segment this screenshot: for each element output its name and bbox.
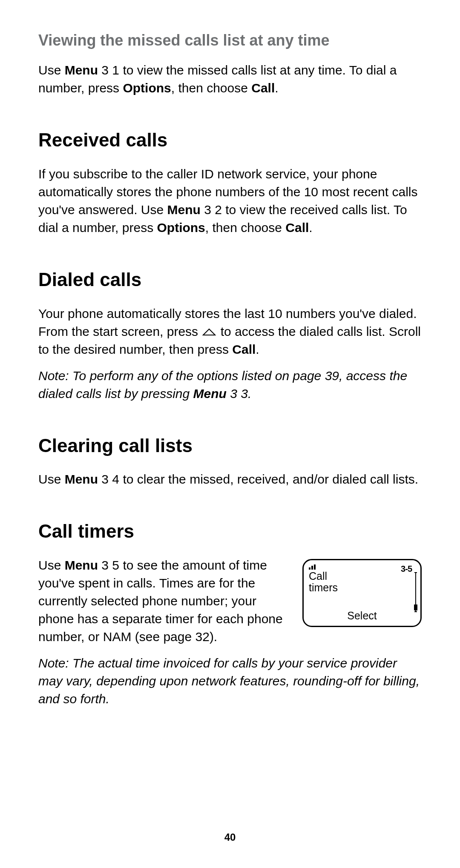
dialed-note: Note: To perform any of the options list… — [38, 367, 422, 403]
signal-strength-icon — [309, 564, 318, 570]
timers-note: Note: The actual time invoiced for calls… — [38, 654, 422, 708]
text: . — [275, 81, 278, 95]
text: Call — [309, 570, 327, 582]
text: Use — [38, 472, 65, 486]
call-key-icon — [201, 327, 217, 338]
text: 3 3. — [227, 387, 251, 401]
svg-rect-1 — [309, 567, 310, 570]
text: timers — [309, 582, 338, 593]
menu-ref: Menu — [65, 472, 98, 486]
text: , then choose — [205, 221, 285, 235]
section-heading-dialed: Dialed calls — [38, 266, 422, 293]
options-ref: Options — [123, 81, 171, 95]
text: Use — [38, 63, 65, 77]
subsection-heading-viewing: Viewing the missed calls list at any tim… — [38, 30, 422, 51]
page-number: 40 — [0, 830, 460, 845]
text: . — [309, 221, 312, 235]
options-ref: Options — [157, 221, 205, 235]
text: , then choose — [171, 81, 251, 95]
viewing-paragraph: Use Menu 3 1 to view the missed calls li… — [38, 61, 422, 97]
call-ref: Call — [251, 81, 275, 95]
text: . — [256, 342, 259, 356]
received-paragraph: If you subscribe to the caller ID networ… — [38, 165, 422, 237]
dialed-paragraph: Your phone automatically stores the last… — [38, 305, 422, 358]
section-heading-timers: Call timers — [38, 518, 422, 544]
svg-rect-3 — [314, 564, 316, 570]
menu-ref: Menu — [65, 63, 98, 77]
call-ref: Call — [285, 221, 309, 235]
text: 3 4 to clear the missed, received, and/o… — [98, 472, 418, 486]
clearing-paragraph: Use Menu 3 4 to clear the missed, receiv… — [38, 470, 422, 488]
call-ref: Call — [232, 342, 256, 356]
manual-page: Viewing the missed calls list at any tim… — [0, 0, 460, 868]
menu-ref: Menu — [65, 558, 98, 572]
text: Use — [38, 558, 65, 572]
svg-rect-2 — [311, 566, 313, 570]
menu-ref: Menu — [193, 387, 227, 401]
scrollbar-indicator — [414, 572, 417, 612]
section-heading-clearing: Clearing call lists — [38, 433, 422, 459]
phone-screen-illustration: 3-5 Call timers Select — [302, 559, 422, 627]
menu-ref: Menu — [167, 203, 201, 217]
menu-item-label: Call timers — [309, 570, 338, 594]
section-heading-received: Received calls — [38, 127, 422, 153]
menu-number-indicator: 3-5 — [401, 563, 412, 575]
softkey-select-label: Select — [304, 608, 420, 623]
timers-row: 3-5 Call timers Select Use Menu 3 5 to s… — [38, 556, 422, 646]
